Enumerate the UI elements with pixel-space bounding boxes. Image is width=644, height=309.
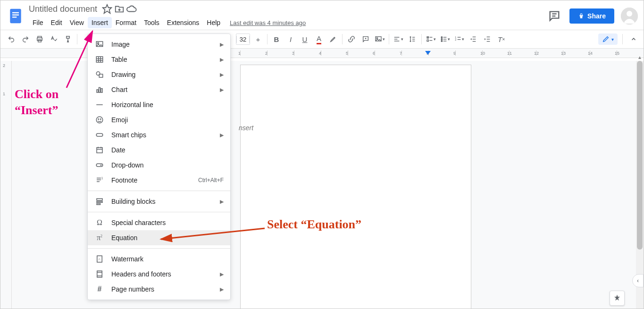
cloud-status-icon[interactable] bbox=[126, 4, 137, 14]
svg-point-8 bbox=[627, 11, 632, 17]
svg-rect-60 bbox=[96, 134, 103, 136]
page[interactable] bbox=[240, 65, 471, 309]
svg-rect-22 bbox=[427, 40, 428, 41]
side-panel-toggle[interactable]: ‹ bbox=[632, 274, 644, 287]
left-vertical-ruler[interactable]: 2 1 bbox=[0, 61, 12, 309]
insert-menu-page-numbers[interactable]: #Page numbers▶ bbox=[88, 282, 230, 297]
last-edit-link[interactable]: Last edit was 4 minutes ago bbox=[230, 19, 306, 26]
insert-menu-table[interactable]: Table▶ bbox=[88, 52, 230, 67]
insert-menu-watermark[interactable]: AWatermark bbox=[88, 251, 230, 267]
chips-icon bbox=[94, 130, 105, 140]
menu-extensions[interactable]: Extensions bbox=[163, 17, 203, 28]
svg-rect-1 bbox=[12, 12, 19, 13]
insert-menu-image[interactable]: Image▶ bbox=[88, 37, 230, 52]
annotation-text: Click on bbox=[15, 86, 59, 102]
menu-item-label: Drawing bbox=[111, 71, 135, 78]
svg-text:1: 1 bbox=[101, 176, 103, 180]
decrease-indent-button[interactable] bbox=[467, 33, 480, 46]
insert-menu-footnote[interactable]: 1FootnoteCtrl+Alt+F bbox=[88, 173, 230, 188]
svg-marker-40 bbox=[425, 51, 431, 55]
account-avatar[interactable] bbox=[621, 8, 638, 25]
vertical-scrollbar[interactable]: ▲ bbox=[636, 61, 644, 309]
comments-icon[interactable] bbox=[548, 9, 561, 23]
ruler-tick: 7 bbox=[401, 49, 428, 58]
menu-file[interactable]: File bbox=[29, 17, 47, 28]
insert-menu-building-blocks[interactable]: Building blocks▶ bbox=[88, 194, 230, 209]
insert-menu-horizontal-line[interactable]: Horizontal line bbox=[88, 97, 230, 112]
collapse-toolbar-button[interactable] bbox=[627, 33, 640, 45]
docs-logo-icon[interactable] bbox=[6, 7, 25, 25]
scroll-thumb[interactable] bbox=[637, 61, 643, 250]
menu-bar: File Edit View Insert Format Tools Exten… bbox=[29, 16, 306, 30]
comment-button[interactable] bbox=[359, 33, 372, 46]
ruler-tick: 8 bbox=[428, 49, 455, 58]
clear-format-button[interactable]: T✕ bbox=[495, 33, 508, 46]
omega-icon: Ω bbox=[94, 217, 105, 228]
submenu-arrow-icon: ▶ bbox=[220, 72, 224, 78]
highlight-button[interactable] bbox=[326, 33, 340, 46]
svg-rect-75 bbox=[97, 271, 102, 277]
scroll-up-button[interactable]: ▲ bbox=[636, 53, 644, 61]
document-title[interactable]: Untitled document bbox=[29, 4, 97, 14]
move-icon[interactable] bbox=[114, 4, 125, 14]
submenu-arrow-icon: ▶ bbox=[220, 57, 224, 63]
menu-insert[interactable]: Insert bbox=[88, 17, 112, 28]
font-size-control[interactable]: 32 bbox=[236, 33, 250, 45]
menu-view[interactable]: View bbox=[66, 17, 88, 28]
menu-item-label: Horizontal line bbox=[111, 101, 153, 109]
link-button[interactable] bbox=[345, 33, 358, 46]
explore-button[interactable] bbox=[610, 291, 625, 306]
editing-mode-button[interactable]: ▾ bbox=[598, 33, 618, 45]
font-size-value[interactable]: 32 bbox=[236, 36, 250, 43]
annotation-arrow-equation bbox=[159, 226, 267, 245]
svg-rect-55 bbox=[101, 89, 102, 92]
menu-tools[interactable]: Tools bbox=[140, 17, 163, 28]
insert-menu-chart[interactable]: Chart▶ bbox=[88, 82, 230, 97]
menu-item-label: Equation bbox=[111, 234, 137, 242]
line-spacing-button[interactable] bbox=[406, 33, 419, 46]
bold-button[interactable]: B bbox=[270, 33, 283, 46]
undo-button[interactable] bbox=[5, 33, 18, 46]
insert-menu-headers-and-footers[interactable]: Headers and footers▶ bbox=[88, 267, 230, 282]
insert-menu-drawing[interactable]: Drawing▶ bbox=[88, 67, 230, 82]
numbered-list-button[interactable]: 12▾ bbox=[452, 33, 466, 46]
menu-format[interactable]: Format bbox=[112, 17, 140, 28]
menu-help[interactable]: Help bbox=[203, 17, 224, 28]
insert-menu-smart-chips[interactable]: Smart chips▶ bbox=[88, 127, 230, 142]
ruler-tick: 11 bbox=[509, 49, 536, 58]
redo-button[interactable] bbox=[19, 33, 32, 46]
font-size-plus[interactable]: + bbox=[251, 33, 265, 46]
menu-item-label: Special characters bbox=[111, 219, 166, 226]
menu-item-label: Watermark bbox=[111, 255, 143, 263]
checklist-button[interactable]: ▾ bbox=[424, 33, 437, 46]
insert-menu-emoji[interactable]: Emoji bbox=[88, 112, 230, 127]
svg-rect-0 bbox=[10, 9, 21, 23]
footnote-icon: 1 bbox=[94, 175, 105, 185]
bullet-list-button[interactable]: ▾ bbox=[438, 33, 452, 46]
star-icon[interactable] bbox=[102, 4, 112, 14]
spellcheck-button[interactable] bbox=[47, 33, 60, 46]
headers-icon bbox=[94, 269, 105, 279]
insert-image-button[interactable]: ▾ bbox=[373, 33, 386, 46]
menu-item-label: Footnote bbox=[111, 176, 137, 184]
share-button[interactable]: Share bbox=[569, 8, 614, 24]
svg-text:A: A bbox=[98, 257, 100, 261]
share-label: Share bbox=[587, 12, 606, 20]
align-button[interactable]: ▾ bbox=[392, 33, 405, 46]
svg-point-25 bbox=[441, 39, 443, 40]
svg-point-59 bbox=[100, 119, 101, 120]
insert-menu-drop-down[interactable]: Drop-down bbox=[88, 158, 230, 173]
text-color-button[interactable]: A bbox=[312, 33, 326, 46]
svg-point-24 bbox=[441, 37, 443, 38]
menu-edit[interactable]: Edit bbox=[47, 17, 66, 28]
ruler-indent-marker[interactable] bbox=[425, 50, 431, 57]
ruler-tick: 4 bbox=[321, 49, 348, 58]
increase-indent-button[interactable] bbox=[481, 33, 494, 46]
menu-item-label: Emoji bbox=[111, 116, 128, 124]
italic-button[interactable]: I bbox=[284, 33, 297, 46]
underline-button[interactable]: U bbox=[298, 33, 311, 46]
menu-item-label: Image bbox=[111, 41, 130, 48]
print-button[interactable] bbox=[33, 33, 46, 46]
insert-menu-date[interactable]: Date bbox=[88, 142, 230, 158]
svg-point-13 bbox=[376, 38, 378, 39]
